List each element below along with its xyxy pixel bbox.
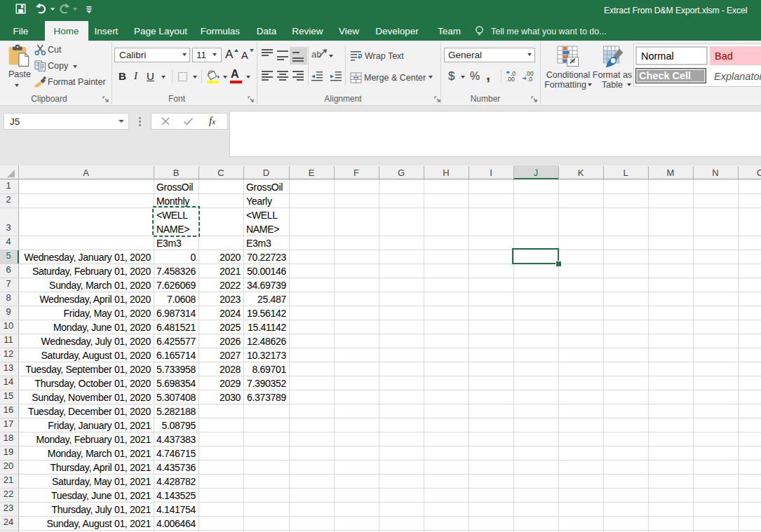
svg-text:.00: .00 — [506, 76, 515, 82]
svg-text:.0: .0 — [527, 76, 532, 82]
